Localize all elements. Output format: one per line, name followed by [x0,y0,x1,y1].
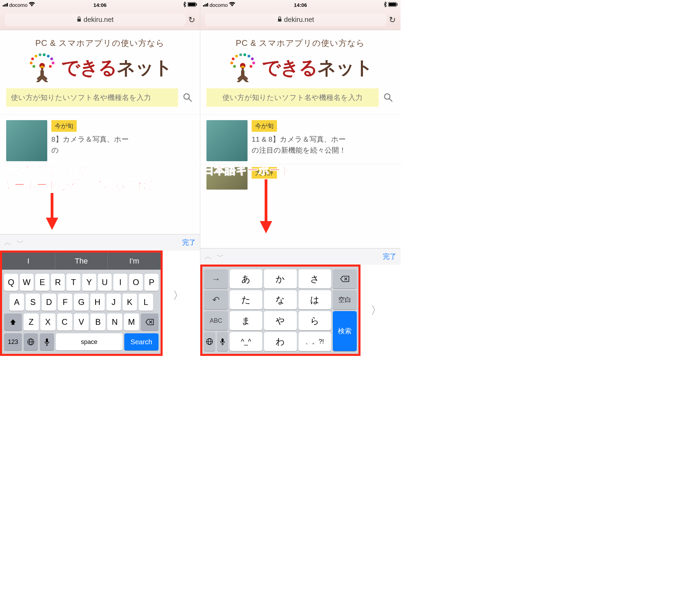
mic-key[interactable] [40,333,54,350]
numswitch-key[interactable]: 123 [4,333,22,350]
key-a[interactable]: A [10,294,24,311]
search-icon[interactable] [181,91,194,104]
space-key-jp[interactable]: 空白 [333,290,357,309]
key-ka[interactable]: か [264,269,296,288]
reload-icon[interactable]: ↻ [389,15,396,25]
article-tag: 今が旬 [51,120,77,132]
key-p[interactable]: P [144,274,159,291]
backspace-key[interactable] [333,269,357,288]
key-k[interactable]: K [123,294,137,311]
url-field[interactable]: dekiru.net [5,13,186,26]
bluetooth-icon [383,2,387,8]
backspace-key[interactable] [141,313,159,331]
key-j[interactable]: J [106,294,121,311]
url-bar[interactable]: dekiru.net ↻ [200,10,401,30]
keyboard-expand-icon[interactable]: 〉 [163,288,194,303]
article-title: 8】カメラ＆写真、ホーの [51,134,129,155]
svg-point-38 [233,65,236,68]
phone-left: docomo 14:06 dekiru.net ↻ PC & スマホアプリの使い… [0,0,200,356]
key-ha[interactable]: は [299,290,331,309]
svg-point-36 [230,62,233,64]
site-logo[interactable]: できるネット [200,52,401,88]
url-domain: dekiru.net [284,16,314,24]
key-h[interactable]: H [90,294,105,311]
key-l[interactable]: L [139,294,153,311]
prev-field-icon[interactable]: ︿ [204,252,212,262]
shift-key[interactable] [4,313,22,331]
svg-line-17 [189,99,191,101]
space-key[interactable]: space [56,333,123,350]
key-ta[interactable]: た [230,290,262,309]
abc-switch-key[interactable]: ABC [204,311,228,330]
search-icon[interactable] [382,91,394,104]
key-t[interactable]: T [66,274,80,291]
next-field-icon[interactable]: ﹀ [16,238,24,248]
reload-icon[interactable]: ↻ [188,15,195,25]
done-button[interactable]: 完了 [383,252,396,261]
globe-key[interactable] [24,333,38,350]
key-v[interactable]: V [74,313,89,331]
search-key-jp[interactable]: 検索 [333,311,357,351]
key-sa[interactable]: さ [299,269,331,288]
key-c[interactable]: C [57,313,72,331]
key-wa[interactable]: わ [264,332,296,351]
url-bar[interactable]: dekiru.net ↻ [0,10,200,30]
key-m[interactable]: M [124,313,139,331]
suggestion[interactable]: I'm [108,253,161,270]
next-candidate-key[interactable]: → [204,269,228,288]
svg-rect-1 [188,3,195,6]
keyboard-expand-icon[interactable]: 〉 [361,303,392,318]
key-f[interactable]: F [58,294,72,311]
svg-point-35 [251,57,254,60]
key-emoji[interactable]: ^_^ [230,332,262,351]
key-s[interactable]: S [26,294,40,311]
key-ma[interactable]: ま [230,311,262,330]
search-key[interactable]: Search [124,333,159,350]
done-button[interactable]: 完了 [182,238,196,247]
key-z[interactable]: Z [24,313,39,331]
svg-point-31 [235,55,238,57]
key-e[interactable]: E [35,274,49,291]
mic-key[interactable] [217,332,228,351]
key-a[interactable]: あ [230,269,262,288]
svg-point-9 [43,53,46,56]
key-d[interactable]: D [42,294,56,311]
search-input[interactable] [6,88,178,107]
search-input[interactable] [206,88,379,107]
statusbar: docomo 14:06 [0,0,200,10]
annotation-arrow [258,179,274,234]
url-field[interactable]: dekiru.net [205,13,386,26]
key-na[interactable]: な [264,290,296,309]
key-o[interactable]: O [129,274,143,291]
svg-rect-47 [222,338,224,342]
key-u[interactable]: U [98,274,112,291]
article-item[interactable]: 今が旬 11 & 8】カメラ＆写真、ホーの注目の新機能を続々公開！ [200,114,401,164]
suggestion[interactable]: I [2,253,55,270]
globe-key[interactable] [204,332,215,351]
annotation-text: 日本語キーボード [203,163,292,178]
key-q[interactable]: Q [4,274,18,291]
suggestion[interactable]: The [55,253,108,270]
key-x[interactable]: X [40,313,55,331]
keyboard-english: I The I'm Q W E R T Y U I O P [0,251,163,356]
key-r[interactable]: R [51,274,65,291]
key-ya[interactable]: や [264,311,296,330]
key-w[interactable]: W [20,274,34,291]
article-item[interactable]: 今が旬 8】カメラ＆写真、ホーの [0,114,200,164]
key-i[interactable]: I [113,274,127,291]
prev-field-icon[interactable]: ︿ [4,238,12,248]
logo-tree-icon [228,53,257,82]
svg-marker-19 [46,218,58,230]
key-b[interactable]: B [90,313,105,331]
article-thumb [6,120,47,161]
bluetooth-icon [183,2,186,8]
key-n[interactable]: N [107,313,122,331]
key-ra[interactable]: ら [299,311,331,330]
keyboard-japanese: → あ か さ ↶ た な は 空白 ABC ま や ら [200,265,361,356]
key-punc[interactable]: 、。?! [299,332,331,351]
next-field-icon[interactable]: ﹀ [217,252,224,262]
key-y[interactable]: Y [82,274,96,291]
key-g[interactable]: G [74,294,88,311]
site-logo[interactable]: できるネット [0,52,200,88]
undo-key[interactable]: ↶ [204,290,228,309]
